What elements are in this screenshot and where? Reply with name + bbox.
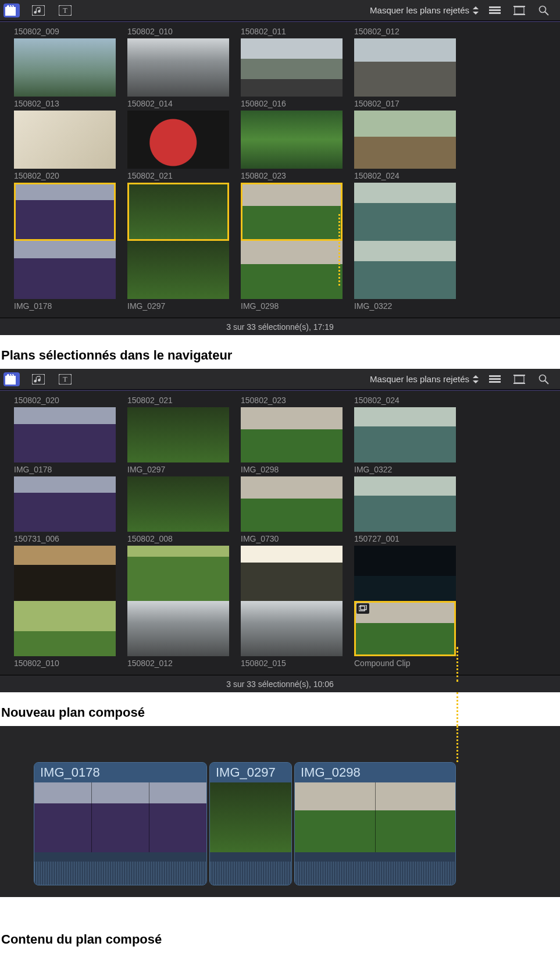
clip-thumbnail[interactable] [241, 476, 343, 532]
music-tab[interactable] [30, 372, 47, 386]
clip-thumbnail[interactable] [241, 546, 343, 601]
clip-thumbnail[interactable] [14, 476, 116, 532]
svg-point-22 [540, 375, 546, 381]
browser-footer: 3 sur 33 sélectionné(s), 10:06 [0, 675, 560, 692]
timeline-clip-audio-waveform [295, 852, 455, 885]
clip-thumbnail[interactable] [354, 111, 456, 169]
clip-label: 150731_006 [14, 532, 116, 546]
search-button[interactable] [536, 3, 552, 17]
filmstrip-view-button[interactable] [511, 372, 527, 386]
clip-thumbnail[interactable] [14, 407, 116, 462]
svg-rect-25 [361, 605, 366, 610]
clip-thumbnail[interactable] [127, 407, 229, 462]
titles-tab[interactable]: T [57, 372, 73, 386]
svg-rect-8 [513, 6, 525, 7]
selection-summary: 3 sur 33 sélectionné(s), 17:19 [226, 322, 333, 332]
clip-thumbnail[interactable] [127, 546, 229, 601]
clip-label: 150802_012 [127, 656, 229, 670]
clip-label: 150802_021 [127, 169, 229, 183]
music-tab[interactable] [30, 3, 47, 17]
clip-thumbnail[interactable] [14, 111, 116, 169]
svg-point-10 [540, 6, 546, 12]
svg-rect-17 [489, 378, 501, 380]
clip-thumbnail[interactable] [241, 601, 343, 656]
clip-thumbnail[interactable] [354, 546, 456, 601]
clip-thumbnail[interactable] [354, 183, 456, 241]
clip-thumbnail[interactable] [241, 183, 343, 241]
caption-selected-clips: Plans sélectionnés dans le navigateur [0, 335, 560, 369]
clip-label: 150802_012 [354, 24, 456, 38]
svg-rect-5 [489, 9, 501, 11]
clip-filter-popup[interactable]: Masquer les plans rejetés [370, 5, 479, 15]
clip-label: 150802_023 [241, 169, 343, 183]
compound-clip-icon [356, 603, 369, 614]
clip-thumbnail[interactable] [354, 407, 456, 462]
media-browser-after: T Masquer les plans rejetés 150802_02015… [0, 369, 560, 692]
clip-label: 150802_009 [14, 24, 116, 38]
clip-thumbnail[interactable] [14, 601, 116, 656]
updown-icon [473, 6, 479, 15]
clip-grid: 150802_020150802_021150802_023150802_024… [0, 391, 560, 675]
clip-filter-label: Masquer les plans rejetés [370, 5, 469, 15]
timeline-clip-title: IMG_0298 [295, 763, 455, 782]
search-button[interactable] [536, 372, 552, 386]
svg-rect-6 [489, 12, 501, 14]
timeline-clip[interactable]: IMG_0297 [209, 762, 292, 885]
clip-label: 150802_010 [127, 24, 229, 38]
clip-label: IMG_0297 [127, 462, 229, 476]
list-view-button[interactable] [487, 3, 503, 17]
clip-thumbnail[interactable] [127, 476, 229, 532]
clip-label: IMG_0730 [241, 532, 343, 546]
clip-thumbnail[interactable] [14, 241, 116, 299]
browser-toolbar: T Masquer les plans rejetés [0, 369, 560, 390]
clip-thumbnail[interactable] [14, 38, 116, 97]
clip-label: 150802_017 [354, 97, 456, 111]
clip-label: 150802_024 [354, 169, 456, 183]
clip-label: IMG_0298 [241, 462, 343, 476]
svg-rect-7 [515, 7, 524, 14]
media-tab[interactable] [3, 3, 20, 17]
titles-tab[interactable]: T [57, 3, 73, 17]
clip-thumbnail[interactable] [14, 546, 116, 601]
clip-thumbnail[interactable] [354, 476, 456, 532]
browser-footer: 3 sur 33 sélectionné(s), 17:19 [0, 318, 560, 335]
clip-label: 150802_023 [241, 393, 343, 407]
caption-compound-contents: Contenu du plan composé [0, 897, 560, 970]
clip-thumbnail[interactable] [354, 38, 456, 97]
clip-thumbnail[interactable] [127, 601, 229, 656]
timeline-clip[interactable]: IMG_0178 [34, 762, 207, 885]
clip-label: 150802_020 [14, 169, 116, 183]
filmstrip-view-button[interactable] [511, 3, 527, 17]
callout-line [456, 692, 458, 726]
clip-thumbnail[interactable] [241, 407, 343, 462]
clip-label: 150802_024 [354, 393, 456, 407]
timeline-clip[interactable]: IMG_0298 [294, 762, 456, 885]
clip-label: 150802_011 [241, 24, 343, 38]
media-tab[interactable] [3, 372, 20, 386]
clip-thumbnail[interactable] [241, 38, 343, 97]
clip-label: IMG_0178 [14, 462, 116, 476]
svg-line-23 [545, 380, 548, 384]
callout-line [456, 726, 458, 762]
clip-label: 150802_013 [14, 97, 116, 111]
clip-thumbnail[interactable] [127, 241, 229, 299]
clip-thumbnail[interactable] [354, 241, 456, 299]
list-view-button[interactable] [487, 372, 503, 386]
clip-thumbnail[interactable] [127, 111, 229, 169]
svg-text:T: T [63, 375, 67, 383]
svg-rect-19 [515, 376, 524, 383]
clip-filter-popup[interactable]: Masquer les plans rejetés [370, 374, 479, 384]
timeline-clip-title: IMG_0297 [210, 763, 291, 782]
compound-clip-timeline: IMG_0178IMG_0297IMG_0298 [0, 726, 560, 897]
clip-label: IMG_0322 [354, 462, 456, 476]
clip-thumbnail[interactable] [14, 183, 116, 241]
clip-thumbnail[interactable] [241, 241, 343, 299]
svg-rect-16 [489, 375, 501, 377]
svg-text:T: T [63, 6, 67, 15]
clip-thumbnail[interactable] [241, 111, 343, 169]
clip-label: 150802_008 [127, 532, 229, 546]
timeline-clip-title: IMG_0178 [34, 763, 206, 782]
clip-thumbnail[interactable] [127, 183, 229, 241]
clip-thumbnail[interactable] [354, 601, 456, 656]
clip-thumbnail[interactable] [127, 38, 229, 97]
